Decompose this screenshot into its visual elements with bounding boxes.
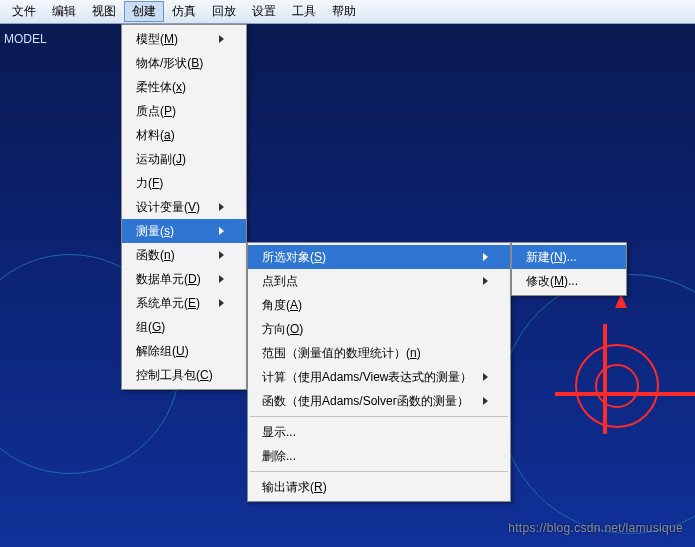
create-system-element[interactable]: 系统单元(E) [122,291,246,315]
menu-settings[interactable]: 设置 [244,1,284,22]
menu-view[interactable]: 视图 [84,1,124,22]
menu-tools[interactable]: 工具 [284,1,324,22]
menu-create[interactable]: 创建 [124,1,164,22]
measure-point-to-point[interactable]: 点到点 [248,269,510,293]
menu-file[interactable]: 文件 [4,1,44,22]
measure-orientation[interactable]: 方向(O) [248,317,510,341]
submenu-arrow-icon [483,397,488,405]
measure-delete[interactable]: 删除... [248,444,510,468]
model-label: MODEL [4,32,47,46]
create-design-variable[interactable]: 设计变量(V) [122,195,246,219]
create-control-toolkit[interactable]: 控制工具包(C) [122,363,246,387]
submenu-arrow-icon [219,275,224,283]
create-function[interactable]: 函数(n) [122,243,246,267]
create-measure[interactable]: 测量(s) [122,219,246,243]
watermark-text: https://blog.csdn.net/lamusique [508,521,683,535]
measure-function-solver[interactable]: 函数（使用Adams/Solver函数的测量） [248,389,510,413]
create-ungroup[interactable]: 解除组(U) [122,339,246,363]
app-window: 文件 编辑 视图 创建 仿真 回放 设置 工具 帮助 MODEL 模型(M) 物… [0,0,695,547]
axis-marker [565,354,645,434]
submenu-arrow-icon [483,253,488,261]
create-group[interactable]: 组(G) [122,315,246,339]
dropdown-selected-object: 新建(N)... 修改(M)... [511,242,627,296]
measure-output-request[interactable]: 输出请求(R) [248,475,510,499]
submenu-arrow-icon [219,251,224,259]
create-data-element[interactable]: 数据单元(D) [122,267,246,291]
submenu-arrow-icon [219,227,224,235]
dropdown-measure: 所选对象(S) 点到点 角度(A) 方向(O) 范围（测量值的数理统计）(n) … [247,242,511,502]
menu-simulate[interactable]: 仿真 [164,1,204,22]
menu-edit[interactable]: 编辑 [44,1,84,22]
dropdown-create: 模型(M) 物体/形状(B) 柔性体(x) 质点(P) 材料(a) 运动副(J)… [121,24,247,390]
submenu-arrow-icon [483,373,488,381]
submenu-arrow-icon [219,35,224,43]
menu-playback[interactable]: 回放 [204,1,244,22]
measure-selected-object[interactable]: 所选对象(S) [248,245,510,269]
create-model[interactable]: 模型(M) [122,27,246,51]
menu-help[interactable]: 帮助 [324,1,364,22]
separator [250,471,508,472]
create-flex-body[interactable]: 柔性体(x) [122,75,246,99]
selected-modify[interactable]: 修改(M)... [512,269,626,293]
create-material[interactable]: 材料(a) [122,123,246,147]
create-joint[interactable]: 运动副(J) [122,147,246,171]
create-force[interactable]: 力(F) [122,171,246,195]
create-point[interactable]: 质点(P) [122,99,246,123]
axis-arrow-up-icon [615,294,627,308]
measure-angle[interactable]: 角度(A) [248,293,510,317]
menubar: 文件 编辑 视图 创建 仿真 回放 设置 工具 帮助 [0,0,695,24]
create-body[interactable]: 物体/形状(B) [122,51,246,75]
measure-compute-view[interactable]: 计算（使用Adams/View表达式的测量） [248,365,510,389]
measure-range[interactable]: 范围（测量值的数理统计）(n) [248,341,510,365]
measure-display[interactable]: 显示... [248,420,510,444]
submenu-arrow-icon [219,203,224,211]
submenu-arrow-icon [483,277,488,285]
selected-new[interactable]: 新建(N)... [512,245,626,269]
submenu-arrow-icon [219,299,224,307]
separator [250,416,508,417]
